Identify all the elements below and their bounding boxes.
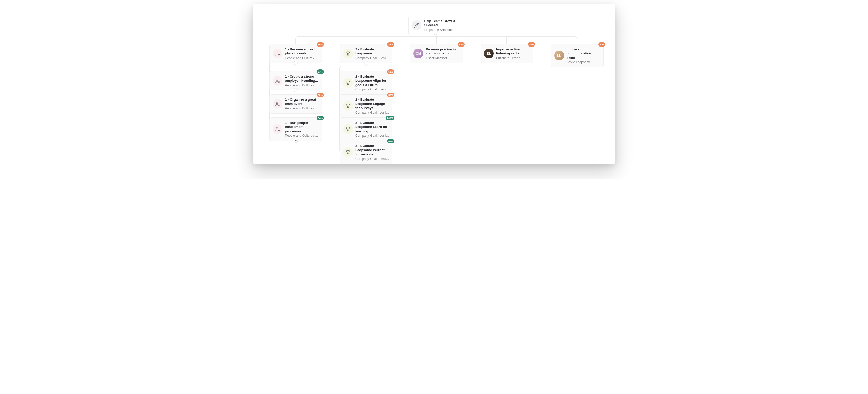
goal-card[interactable]: 2 - Evaluate Leapsome Learn for learning…: [340, 117, 392, 141]
expand-toggle[interactable]: +: [294, 88, 298, 92]
goal-subtitle: Leslie Leapsome: [566, 60, 600, 64]
trophy-icon: [343, 147, 353, 157]
goal-card[interactable]: LL Improve communication skills Leslie L…: [551, 44, 603, 67]
goal-tree-canvas: Help Teams Grow & Succeed Leapsome Sandb…: [253, 4, 615, 164]
root-goal-card[interactable]: Help Teams Grow & Succeed Leapsome Sandb…: [408, 16, 464, 35]
goal-title: 1 - Become a great place to work: [285, 47, 319, 56]
goal-subtitle: People and Culture / ...: [285, 84, 319, 87]
progress-badge: 62%: [317, 93, 324, 97]
avatar: OM: [413, 49, 423, 58]
goal-subtitle: People and Culture / ...: [285, 134, 319, 138]
progress-badge: 89%: [387, 139, 394, 144]
svg-point-0: [417, 24, 417, 25]
root-subtitle: Leapsome Sandbox: [424, 28, 461, 32]
progress-badge: 56%: [317, 42, 324, 47]
progress-badge: 20%: [598, 42, 606, 47]
progress-badge: 67%: [317, 69, 324, 74]
trophy-icon: [343, 78, 353, 88]
goal-card[interactable]: 1 - Create a strong employer branding...…: [269, 71, 322, 90]
avatar: EL: [484, 49, 494, 58]
rocket-icon: [412, 20, 422, 30]
progress-badge: 32%: [458, 42, 465, 47]
trophy-icon: [343, 124, 353, 134]
goal-subtitle: Company Goal / Lesli...: [355, 56, 389, 60]
svg-point-1: [276, 52, 278, 54]
goal-title: 2 - Evaluate Leapsome Perform for review…: [355, 144, 389, 156]
goal-subtitle: Company Goal / Lesli...: [355, 134, 389, 138]
goal-card[interactable]: 2 - Evaluate Leapsome Perform for review…: [340, 141, 392, 164]
goal-subtitle: People and Culture / ...: [285, 107, 319, 110]
goal-card[interactable]: OM Be more precise in communicating Osca…: [410, 44, 463, 63]
goal-subtitle: Company Goal / Lesli...: [355, 157, 389, 161]
person-heart-icon: [273, 76, 282, 86]
goal-title: 2 - Evaluate Leapsome Engage for surveys: [355, 98, 389, 110]
goal-title: 2 - Evaluate Leapsome Align for goals & …: [355, 74, 389, 87]
goal-card[interactable]: 2 - Evaluate Leapsome Align for goals & …: [340, 71, 392, 95]
goal-title: 2 - Evaluate Leapsome: [355, 47, 389, 56]
goal-card[interactable]: EL Improve active listening skills Eliza…: [480, 44, 533, 63]
avatar: LL: [554, 51, 564, 60]
collapse-toggle[interactable]: −: [434, 33, 438, 37]
trophy-icon: [343, 49, 353, 58]
goal-title: 1 - Create a strong employer branding...: [285, 74, 319, 83]
person-heart-icon: [273, 99, 282, 109]
goal-title: Improve active listening skills: [496, 47, 530, 56]
goal-card[interactable]: 1 - Run people enablement processes Peop…: [269, 117, 322, 141]
goal-title: 1 - Run people enablement processes: [285, 121, 319, 133]
goal-title: Improve communication skills: [566, 47, 600, 60]
person-heart-icon: [273, 49, 282, 58]
collapse-toggle[interactable]: −: [294, 61, 298, 65]
progress-badge: 33%: [387, 42, 394, 47]
goal-subtitle: People and Culture / ...: [285, 56, 319, 60]
goal-subtitle: Company Goal / Lesli...: [355, 111, 389, 114]
goal-subtitle: Company Goal / Lesli...: [355, 88, 389, 91]
goal-card[interactable]: 2 - Evaluate Leapsome Engage for surveys…: [340, 94, 392, 118]
trophy-icon: [343, 101, 353, 111]
expand-toggle[interactable]: +: [294, 139, 298, 143]
progress-badge: 53%: [387, 69, 394, 74]
progress-badge: 100%: [386, 116, 394, 120]
svg-point-2: [276, 79, 278, 81]
progress-badge: 94%: [317, 116, 324, 120]
progress-badge: 50%: [387, 93, 394, 97]
goal-title: 2 - Evaluate Leapsome Learn for learning: [355, 121, 389, 133]
collapse-toggle[interactable]: −: [364, 61, 368, 65]
goal-title: 1 - Organize a great team event: [285, 98, 319, 106]
root-title: Help Teams Grow & Succeed: [424, 19, 461, 28]
svg-point-3: [276, 102, 278, 104]
svg-point-4: [276, 127, 278, 129]
goal-subtitle: Oscar Martinez: [426, 56, 459, 60]
goal-card[interactable]: 2 - Evaluate Leapsome Company Goal / Les…: [340, 44, 392, 63]
progress-badge: 35%: [528, 42, 535, 47]
goal-card[interactable]: 1 - Become a great place to work People …: [269, 44, 322, 63]
goal-subtitle: Elizabeth Lemon: [496, 56, 530, 60]
goal-title: Be more precise in communicating: [426, 47, 459, 56]
goal-card[interactable]: 1 - Organize a great team event People a…: [269, 94, 322, 114]
person-heart-icon: [273, 124, 282, 134]
